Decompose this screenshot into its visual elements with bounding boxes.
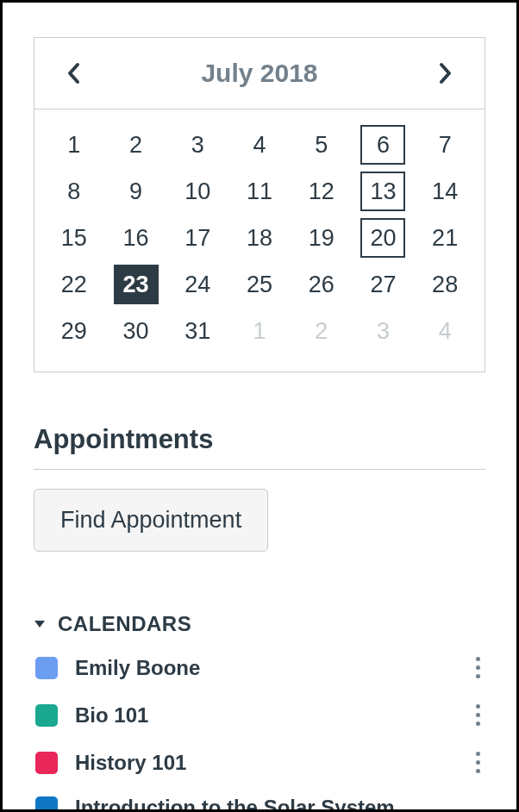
calendar-day-number: 2 <box>114 125 159 165</box>
calendar-day-number: 13 <box>360 172 405 211</box>
chevron-right-icon <box>438 61 453 85</box>
calendar-day[interactable]: 3 <box>166 122 228 168</box>
calendar-day-number: 31 <box>175 311 220 351</box>
more-options-button[interactable] <box>471 748 485 777</box>
calendar-day[interactable]: 17 <box>166 215 228 261</box>
calendar-day[interactable]: 15 <box>43 215 105 261</box>
calendar-day[interactable]: 7 <box>414 122 476 168</box>
find-appointment-button[interactable]: Find Appointment <box>34 489 268 552</box>
next-month-button[interactable] <box>438 61 453 85</box>
calendars-toggle[interactable]: CALENDARS <box>34 612 485 636</box>
calendar-day-number: 22 <box>52 265 97 304</box>
calendar-day[interactable]: 19 <box>291 215 353 261</box>
calendar-item-label: Emily Boone <box>75 656 453 680</box>
calendar-day-number: 7 <box>422 125 467 165</box>
calendar-day-number: 2 <box>299 311 344 351</box>
calendar-day[interactable]: 24 <box>166 261 228 308</box>
calendar-day-number: 4 <box>237 125 282 165</box>
calendar-day[interactable]: 28 <box>414 261 476 308</box>
calendar-item-label: Bio 101 <box>75 703 453 728</box>
calendar-day-number: 20 <box>360 218 405 258</box>
calendar-day-number: 14 <box>422 172 467 211</box>
calendar-day-number: 18 <box>237 218 282 258</box>
calendar-day-number: 26 <box>299 265 344 304</box>
calendar-day[interactable]: 11 <box>228 168 291 215</box>
calendar-day[interactable]: 6 <box>353 122 415 168</box>
more-options-button[interactable] <box>471 701 485 729</box>
calendar-day-number: 23 <box>114 265 159 304</box>
calendar-day-number: 15 <box>52 218 97 258</box>
calendar-day-number: 19 <box>299 218 344 258</box>
calendar-color-swatch[interactable] <box>35 657 58 679</box>
calendar-day-number: 1 <box>52 125 97 165</box>
calendar-day[interactable]: 13 <box>353 168 415 215</box>
calendar-day[interactable]: 23 <box>105 261 167 308</box>
calendar-day[interactable]: 8 <box>43 168 105 215</box>
calendar-day-number: 21 <box>422 218 467 258</box>
calendar-day[interactable]: 12 <box>291 168 353 215</box>
calendar-color-swatch[interactable] <box>35 704 58 727</box>
calendar-day-number: 30 <box>114 311 159 351</box>
calendar-day-number: 11 <box>237 172 282 211</box>
calendar-list: Emily BooneBio 101History 101Introductio… <box>34 653 485 812</box>
calendar-day[interactable]: 2 <box>291 308 353 354</box>
calendar-day-number: 29 <box>52 311 97 351</box>
more-options-button[interactable] <box>471 653 485 682</box>
calendar-day[interactable]: 27 <box>353 261 415 308</box>
calendar-day-number: 17 <box>175 218 220 258</box>
calendar-day-number: 16 <box>114 218 159 258</box>
calendar-day-number: 3 <box>175 125 220 165</box>
calendar-grid: 1234567891011121314151617181920212223242… <box>34 109 485 372</box>
calendar-day-number: 5 <box>299 125 344 165</box>
calendar-day[interactable]: 1 <box>228 308 291 354</box>
calendar-day-number: 28 <box>422 265 467 304</box>
calendars-header-label: CALENDARS <box>58 612 191 636</box>
calendar-day[interactable]: 3 <box>353 308 415 354</box>
calendar-day[interactable]: 5 <box>291 122 353 168</box>
chevron-left-icon <box>66 61 81 85</box>
calendar-day[interactable]: 10 <box>166 168 228 215</box>
calendar-day[interactable]: 14 <box>414 168 476 215</box>
calendar-list-item[interactable]: Emily Boone <box>34 653 485 682</box>
caret-down-icon <box>34 619 46 629</box>
calendar-day-number: 8 <box>52 172 97 211</box>
calendar-day[interactable]: 25 <box>228 261 291 308</box>
calendar-item-label: History 101 <box>75 751 453 775</box>
calendar-day[interactable]: 18 <box>228 215 291 261</box>
calendar-day[interactable]: 31 <box>166 308 228 354</box>
calendar-day-number: 9 <box>114 172 159 211</box>
calendar-day[interactable]: 30 <box>105 308 167 354</box>
calendar-day[interactable]: 16 <box>105 215 167 261</box>
calendar-day[interactable]: 29 <box>43 308 105 354</box>
calendar-header: July 2018 <box>34 38 485 109</box>
calendar-day[interactable]: 26 <box>291 261 353 308</box>
calendar-day-number: 1 <box>237 311 282 351</box>
mini-calendar: July 2018 123456789101112131415161718192… <box>34 37 485 372</box>
calendar-day[interactable]: 2 <box>105 122 167 168</box>
calendar-day-number: 25 <box>237 265 282 304</box>
calendar-day[interactable]: 1 <box>43 122 105 168</box>
calendar-day-number: 24 <box>175 265 220 304</box>
calendar-day-number: 10 <box>175 172 220 211</box>
calendar-list-item[interactable]: Bio 101 <box>34 701 485 729</box>
calendar-month-label: July 2018 <box>201 59 317 88</box>
calendar-day[interactable]: 21 <box>414 215 476 261</box>
calendar-item-label: Introduction to the Solar System <box>75 796 485 812</box>
calendar-day-number: 27 <box>360 265 405 304</box>
calendar-day-number: 6 <box>360 125 405 165</box>
calendar-color-swatch[interactable] <box>35 752 58 774</box>
calendar-list-item[interactable]: Introduction to the Solar System <box>34 796 485 812</box>
calendar-day-number: 3 <box>360 311 405 351</box>
calendar-day[interactable]: 9 <box>105 168 167 215</box>
calendar-day[interactable]: 4 <box>414 308 476 354</box>
calendar-list-item[interactable]: History 101 <box>34 748 485 777</box>
calendar-day[interactable]: 20 <box>353 215 415 261</box>
calendar-color-swatch[interactable] <box>35 796 58 812</box>
appointments-header: Appointments <box>34 424 485 470</box>
prev-month-button[interactable] <box>66 61 81 85</box>
calendar-day-number: 4 <box>422 311 467 351</box>
calendar-day[interactable]: 22 <box>43 261 105 308</box>
calendar-day[interactable]: 4 <box>228 122 291 168</box>
calendar-day-number: 12 <box>299 172 344 211</box>
